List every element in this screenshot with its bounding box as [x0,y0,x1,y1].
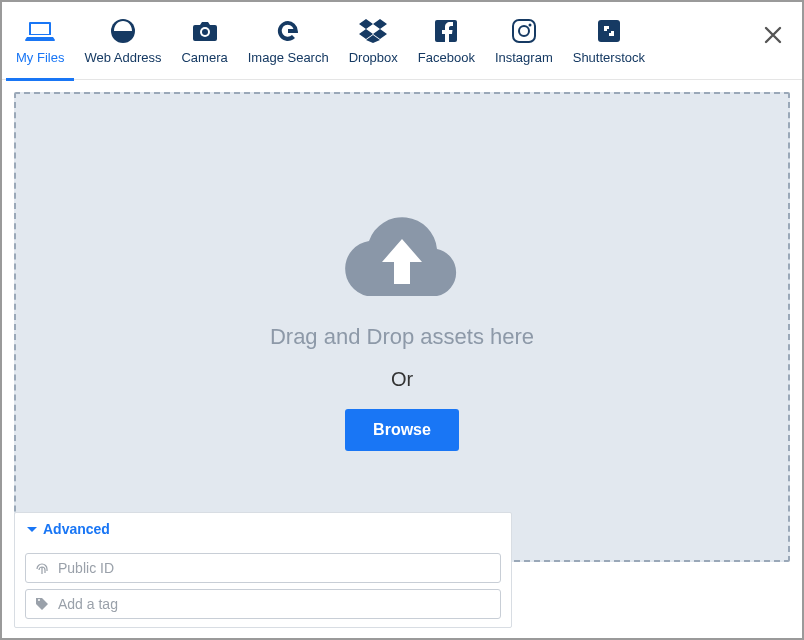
cloud-upload-icon [337,204,467,304]
svg-point-5 [519,26,529,36]
tab-label: Image Search [248,50,329,65]
fingerprint-icon [34,560,50,576]
camera-icon [191,14,219,48]
tab-label: Instagram [495,50,553,65]
tab-facebook[interactable]: Facebook [408,2,485,80]
public-id-field-wrap [25,553,501,583]
tab-label: Dropbox [349,50,398,65]
shutterstock-icon [598,14,620,48]
close-icon [763,25,783,45]
tab-label: Shutterstock [573,50,645,65]
chevron-down-icon [25,522,39,536]
dropbox-icon [359,14,387,48]
tab-label: Camera [181,50,227,65]
svg-point-6 [528,24,531,27]
tag-field-wrap [25,589,501,619]
close-button[interactable] [760,22,786,48]
tab-instagram[interactable]: Instagram [485,2,563,80]
tab-label: Facebook [418,50,475,65]
tab-image-search[interactable]: Image Search [238,2,339,80]
dropzone[interactable]: Drag and Drop assets here Or Browse [14,92,790,562]
or-text: Or [391,368,413,391]
drag-drop-text: Drag and Drop assets here [270,324,534,350]
svg-point-2 [202,29,208,35]
globe-icon [110,14,136,48]
svg-rect-4 [513,20,535,42]
laptop-icon [25,14,55,48]
tag-icon [34,596,50,612]
facebook-icon [435,14,457,48]
tab-label: My Files [16,50,64,65]
add-tag-input[interactable] [58,596,492,612]
advanced-toggle[interactable]: Advanced [15,513,511,547]
public-id-input[interactable] [58,560,492,576]
tab-web-address[interactable]: Web Address [74,2,171,80]
tab-dropbox[interactable]: Dropbox [339,2,408,80]
browse-button[interactable]: Browse [345,409,459,451]
svg-rect-7 [598,20,620,42]
advanced-panel: Advanced [14,512,512,628]
source-tabs: My Files Web Address Camera Image Search… [2,2,802,80]
tab-my-files[interactable]: My Files [6,2,74,80]
tab-label: Web Address [84,50,161,65]
google-icon [276,14,300,48]
main-panel: Drag and Drop assets here Or Browse Adva… [2,80,802,638]
instagram-icon [512,14,536,48]
advanced-label: Advanced [43,521,110,537]
tab-camera[interactable]: Camera [171,2,237,80]
tab-shutterstock[interactable]: Shutterstock [563,2,655,80]
